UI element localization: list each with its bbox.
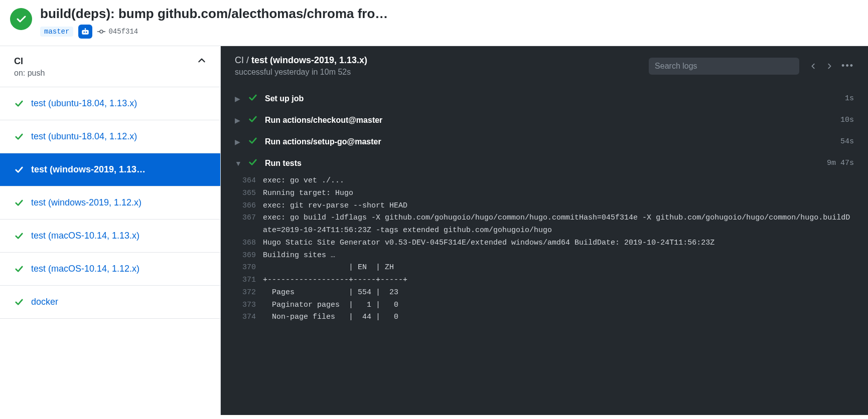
job-item[interactable]: test (macOS-10.14, 1.13.x): [0, 220, 220, 253]
log-line: 365Running target: Hugo: [221, 187, 868, 200]
check-icon: [14, 132, 24, 142]
line-text: Pages | 554 | 23: [263, 287, 854, 299]
job-label: test (macOS-10.14, 1.12.x): [31, 264, 139, 274]
job-item[interactable]: test (windows-2019, 1.13…: [0, 153, 220, 186]
line-text: Non-page files | 44 | 0: [263, 311, 854, 324]
line-text: exec: go build -ldflags -X github.com/go…: [263, 212, 854, 237]
check-icon: [14, 99, 24, 109]
job-label: docker: [31, 297, 58, 307]
job-item[interactable]: test (ubuntu-18.04, 1.13.x): [0, 87, 220, 120]
svg-point-4: [100, 30, 103, 33]
check-icon: [248, 157, 258, 167]
line-number: 370: [235, 262, 263, 274]
line-number: 374: [235, 311, 263, 324]
line-number: 367: [235, 212, 263, 237]
chevron-right-icon: ▶: [235, 95, 241, 103]
line-number: 373: [235, 299, 263, 312]
line-text: +------------------+-----+-----+: [263, 274, 854, 287]
commit-link[interactable]: 045f314: [97, 28, 138, 36]
log-line: 370 | EN | ZH: [221, 262, 868, 274]
job-label: test (windows-2019, 1.13…: [31, 164, 146, 175]
log-pane: CI / test (windows-2019, 1.13.x) success…: [221, 46, 868, 415]
prev-match-button[interactable]: [807, 60, 819, 72]
chevron-right-icon: ▶: [235, 138, 241, 146]
step-name: Run actions/setup-go@master: [265, 137, 833, 146]
bot-avatar-icon[interactable]: [78, 25, 92, 39]
check-icon: [14, 231, 24, 241]
step-name: Set up job: [265, 94, 838, 103]
log-line: 369Building sites …: [221, 250, 868, 262]
log-lines: 364exec: go vet ./...365Running target: …: [221, 174, 868, 329]
line-text: Building sites …: [263, 250, 854, 262]
log-line: 368Hugo Static Site Generator v0.53-DEV-…: [221, 237, 868, 250]
line-text: Hugo Static Site Generator v0.53-DEV-045…: [263, 237, 854, 250]
log-line: 371+------------------+-----+-----+: [221, 274, 868, 287]
check-icon: [14, 264, 24, 274]
commit-sha: 045f314: [108, 28, 138, 36]
job-item[interactable]: docker: [0, 286, 220, 319]
line-text: | EN | ZH: [263, 262, 854, 274]
step-duration: 1s: [845, 94, 854, 103]
job-label: test (ubuntu-18.04, 1.12.x): [31, 131, 137, 142]
line-text: Paginator pages | 1 | 0: [263, 299, 854, 312]
chevron-left-icon: [810, 63, 817, 70]
log-line: 364exec: go vet ./...: [221, 175, 868, 187]
next-match-button[interactable]: [823, 60, 835, 72]
log-line: 367exec: go build -ldflags -X github.com…: [221, 212, 868, 237]
log-line: 366exec: git rev-parse --short HEAD: [221, 200, 868, 213]
job-label: test (windows-2019, 1.12.x): [31, 197, 141, 208]
chevron-right-icon: [826, 63, 833, 70]
log-options-button[interactable]: •••: [841, 61, 854, 71]
step-duration: 10s: [840, 116, 854, 124]
job-item[interactable]: test (macOS-10.14, 1.12.x): [0, 253, 220, 286]
job-item[interactable]: test (windows-2019, 1.12.x): [0, 186, 220, 220]
line-number: 372: [235, 287, 263, 299]
line-text: exec: go vet ./...: [263, 175, 854, 187]
line-number: 364: [235, 175, 263, 187]
check-icon: [248, 136, 258, 146]
line-text: Running target: Hugo: [263, 187, 854, 200]
chevron-up-icon: [197, 56, 206, 65]
commit-icon: [97, 28, 105, 36]
log-line: 373 Paginator pages | 1 | 0: [221, 299, 868, 312]
line-number: 371: [235, 274, 263, 287]
run-header: build(deps): bump github.com/alecthomas/…: [0, 0, 868, 46]
svg-point-1: [84, 32, 85, 33]
line-number: 368: [235, 237, 263, 250]
step-row[interactable]: ▶Set up job1s: [221, 88, 868, 109]
jobs-sidebar: CI on: push test (ubuntu-18.04, 1.13.x)t…: [0, 46, 221, 415]
search-logs-input[interactable]: [649, 58, 799, 75]
run-status-success-icon: [10, 8, 32, 30]
line-text: exec: git rev-parse --short HEAD: [263, 200, 854, 213]
step-row[interactable]: ▼Run tests9m 47s: [221, 152, 868, 174]
check-icon: [248, 114, 258, 124]
collapse-button[interactable]: [197, 56, 206, 67]
workflow-trigger: on: push: [14, 69, 45, 78]
step-row[interactable]: ▶Run actions/setup-go@master54s: [221, 131, 868, 152]
svg-rect-3: [85, 28, 86, 30]
check-icon: [14, 165, 24, 175]
step-name: Run actions/checkout@master: [265, 116, 833, 125]
chevron-right-icon: ▶: [235, 116, 241, 124]
branch-badge[interactable]: master: [40, 27, 73, 37]
step-duration: 54s: [840, 137, 854, 146]
step-name: Run tests: [265, 159, 820, 168]
log-title: CI / test (windows-2019, 1.13.x): [235, 55, 649, 66]
job-item[interactable]: test (ubuntu-18.04, 1.12.x): [0, 120, 220, 153]
run-title: build(deps): bump github.com/alecthomas/…: [40, 6, 858, 22]
check-icon: [14, 297, 24, 307]
job-label: test (ubuntu-18.04, 1.13.x): [31, 98, 137, 109]
log-line: 374 Non-page files | 44 | 0: [221, 311, 868, 324]
log-status: successful yesterday in 10m 52s: [235, 68, 649, 77]
svg-point-2: [86, 32, 87, 33]
step-row[interactable]: ▶Run actions/checkout@master10s: [221, 109, 868, 131]
line-number: 366: [235, 200, 263, 213]
line-number: 369: [235, 250, 263, 262]
chevron-down-icon: ▼: [235, 159, 241, 167]
check-icon: [14, 198, 24, 208]
workflow-name: CI: [14, 56, 45, 67]
line-number: 365: [235, 187, 263, 200]
job-label: test (macOS-10.14, 1.13.x): [31, 231, 139, 241]
step-duration: 9m 47s: [827, 159, 854, 167]
check-icon: [248, 93, 258, 103]
